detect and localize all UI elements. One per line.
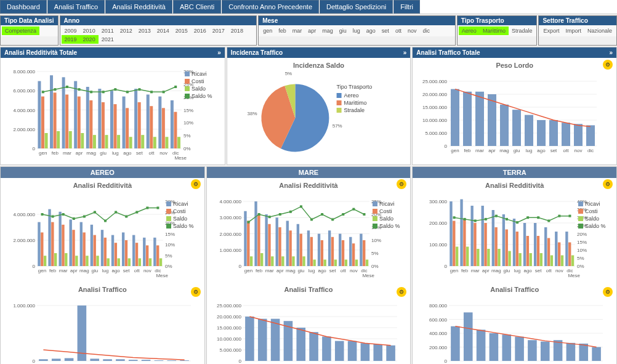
expand-icon[interactable]: » [403,49,407,56]
filter-option[interactable]: nov [405,26,420,35]
filter-option[interactable]: feb [275,26,289,35]
svg-text:feb: feb [464,148,472,153]
filter-option[interactable]: 2019 [62,35,80,44]
filter-option[interactable]: Import [562,26,584,35]
svg-rect-340 [258,319,267,361]
svg-rect-281 [363,240,365,266]
filter-option[interactable]: Marittimo [480,26,509,35]
svg-rect-17 [38,81,41,148]
svg-rect-54 [54,88,56,91]
tab-filtri[interactable]: Filtri [393,0,420,14]
svg-text:Saldo: Saldo [192,86,206,92]
filter-option[interactable]: dic [419,26,433,35]
tab-analisi-traffico[interactable]: Analisi Traffico [47,0,105,14]
svg-rect-294 [247,221,249,224]
filter-option[interactable]: gen [260,26,275,35]
svg-text:set: set [550,148,557,153]
svg-rect-341 [270,319,280,361]
svg-rect-178 [139,258,141,266]
filter-option[interactable]: mar [289,26,305,35]
svg-text:200.000: 200.000 [429,220,447,226]
svg-rect-267 [339,234,341,267]
section-header: TERRA [413,167,616,178]
filter-option[interactable]: 2011 [99,26,117,35]
svg-rect-415 [571,256,574,267]
filter-option[interactable]: mag [319,26,336,35]
svg-rect-172 [75,256,78,266]
tab-analisi-redditività[interactable]: Analisi Redditività [105,0,172,14]
filter-option[interactable]: ott [392,26,405,35]
filter-option[interactable]: Aereo [459,26,480,35]
svg-rect-42 [57,131,60,148]
panel-incidenza: Incidenza Traffico» Incidenza Saldo57%38… [227,47,411,165]
svg-rect-441 [578,201,583,206]
svg-text:0%: 0% [183,146,191,152]
svg-rect-282 [250,256,252,266]
filter-option[interactable]: 2018 [228,26,246,35]
filter-option[interactable]: 2020 [80,35,99,44]
svg-text:ott: ott [149,150,155,156]
panel-title: Analisi Redditività Totale [4,49,77,56]
svg-rect-190 [135,211,138,214]
filter-option[interactable]: apr [305,26,319,35]
filter-option[interactable]: Export [540,26,562,35]
col-terra: TERRA ⚙ Analisi Redditività0100.000200.0… [412,166,617,364]
filter-option[interactable]: giu [336,26,350,35]
expand-icon[interactable]: » [217,49,221,56]
filter-option[interactable]: set [379,26,392,35]
tab-dettaglio-spedizioni[interactable]: Dettaglio Spedizioni [320,0,393,14]
svg-text:10%: 10% [577,248,587,253]
svg-rect-180 [159,258,162,266]
filter-option[interactable]: Competenza [2,26,39,35]
svg-rect-386 [513,219,515,266]
tab-abc-clienti[interactable]: ABC Clienti [173,0,221,14]
svg-text:1.000.000: 1.000.000 [219,248,241,253]
svg-rect-277 [320,240,323,266]
svg-text:5%: 5% [183,133,191,139]
svg-rect-183 [62,213,65,216]
filter-option[interactable]: 2012 [117,26,135,35]
svg-rect-381 [461,200,463,267]
svg-rect-116 [549,120,558,146]
svg-rect-400 [537,236,539,266]
svg-rect-34 [102,102,105,148]
filter-option[interactable]: 2014 [154,26,172,35]
svg-rect-269 [360,234,362,267]
svg-text:10%: 10% [165,242,175,248]
svg-rect-90 [336,93,341,98]
svg-text:nov: nov [555,268,563,273]
svg-rect-229 [180,360,189,361]
filter-header: Anno [60,16,257,25]
svg-rect-460 [464,312,473,361]
svg-text:Saldo: Saldo [379,216,393,222]
section-header: MARE [207,167,411,178]
svg-rect-33 [89,100,92,148]
tab-confronto-anno-precedente[interactable]: Confronto Anno Precedente [222,0,319,14]
filter-option[interactable]: ago [363,26,379,35]
svg-rect-41 [45,133,48,148]
svg-text:mag: mag [86,150,96,156]
svg-rect-146 [48,209,50,266]
svg-text:Costi: Costi [173,208,186,214]
svg-rect-403 [568,243,571,267]
filter-option[interactable]: Stradale [509,26,536,35]
filter-option[interactable]: Nazionale [584,26,615,35]
tab-dashboard[interactable]: Dashboard [0,0,47,14]
filter-option[interactable]: 2013 [135,26,154,35]
filter-option[interactable]: 2009 [62,26,80,35]
svg-rect-346 [335,341,344,361]
svg-text:ago: ago [524,268,533,273]
svg-rect-117 [562,123,570,146]
svg-rect-350 [386,346,395,361]
expand-icon[interactable]: » [609,49,613,56]
filter-option[interactable]: lug [350,26,363,35]
filter-option[interactable]: 2010 [80,26,99,35]
filter-option[interactable]: 2015 [172,26,191,35]
svg-text:Tipo Trasporto: Tipo Trasporto [336,84,372,90]
filter-option[interactable]: 2021 [99,35,117,44]
filter-option[interactable]: 2016 [191,26,209,35]
svg-text:Saldo %: Saldo % [192,93,212,99]
svg-text:set: set [329,268,336,273]
filter-option[interactable]: 2017 [209,26,228,35]
svg-rect-425 [548,220,550,222]
